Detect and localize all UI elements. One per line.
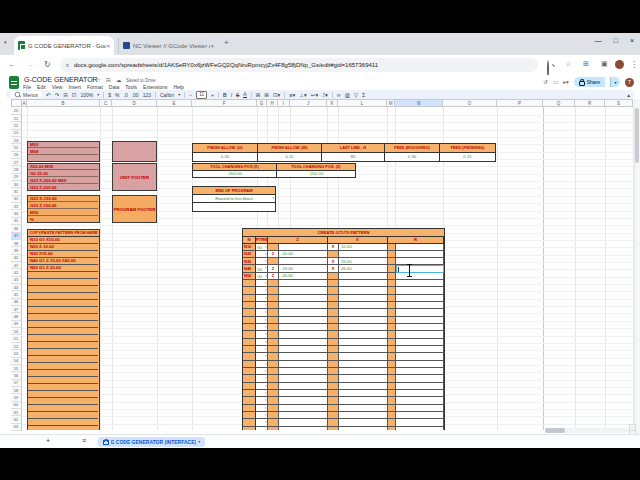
pattern-n-cell[interactable] bbox=[243, 412, 256, 419]
format-percent-button[interactable]: % bbox=[115, 92, 119, 98]
pattern-x-value[interactable] bbox=[339, 273, 388, 280]
pattern-list-row[interactable]: N40 G1 Z-15.00 X45.00 bbox=[28, 258, 98, 265]
pattern-list-row[interactable] bbox=[28, 356, 98, 363]
pattern-r-value[interactable] bbox=[396, 295, 444, 302]
dropdown-icon[interactable]: ▾ bbox=[265, 354, 267, 358]
pattern-r-value[interactable] bbox=[396, 353, 444, 360]
pattern-n-cell[interactable] bbox=[243, 397, 256, 404]
decrease-font-size-button[interactable]: − bbox=[189, 92, 192, 98]
dropdown-icon[interactable]: ▾ bbox=[272, 196, 274, 200]
pattern-r-value[interactable] bbox=[396, 317, 444, 324]
pattern-ptrn-cell[interactable]: ▾ bbox=[256, 353, 268, 360]
pattern-r-value[interactable] bbox=[396, 405, 444, 412]
tab-nc-viewer[interactable]: NC Viewer // GCode Viewer an × bbox=[118, 38, 218, 53]
unit-footer-label[interactable]: UNIT FOOTER bbox=[112, 163, 157, 191]
back-icon[interactable]: ← bbox=[8, 60, 16, 69]
unit-footer-block-line[interactable]: G53 Z-200.00 bbox=[28, 184, 98, 191]
unit-footer-block-line[interactable]: G53 X-200.00 M09 bbox=[28, 177, 98, 184]
user-avatar[interactable]: T bbox=[625, 78, 634, 87]
pattern-list-row[interactable] bbox=[28, 272, 98, 279]
pattern-list-row[interactable] bbox=[28, 370, 98, 377]
pattern-list-row[interactable] bbox=[28, 384, 98, 391]
pattern-r-value[interactable] bbox=[396, 273, 444, 280]
cloud-status-icon[interactable]: ☁ bbox=[116, 77, 122, 83]
column-header-I[interactable]: I bbox=[278, 99, 290, 107]
pattern-list-row[interactable] bbox=[28, 398, 98, 405]
program-footer-block-line[interactable]: % bbox=[28, 216, 98, 223]
tab-gcode-generator[interactable]: G CODE GENERATOR - Googl × bbox=[14, 36, 114, 55]
pattern-z-value[interactable] bbox=[279, 383, 328, 390]
pattern-x-value[interactable] bbox=[339, 368, 388, 375]
new-tab-button[interactable]: + bbox=[224, 38, 229, 47]
pattern-ptrn-cell[interactable]: ▾ bbox=[256, 331, 268, 338]
pattern-ptrn-cell[interactable]: ▾ bbox=[256, 317, 268, 324]
pattern-ptrn-cell[interactable]: ▾ bbox=[256, 383, 268, 390]
dropdown-icon[interactable]: ▾ bbox=[265, 266, 267, 270]
increase-decimal-button[interactable]: .00 bbox=[132, 92, 139, 98]
italic-button[interactable]: I bbox=[231, 92, 232, 98]
insert-link-icon[interactable]: ∞ bbox=[337, 92, 341, 98]
unit-header-block-line[interactable]: M08 bbox=[28, 148, 98, 155]
tab-search-icon[interactable]: ▾ bbox=[4, 39, 7, 45]
dropdown-icon[interactable]: ▾ bbox=[265, 369, 267, 373]
pattern-ptrn-cell[interactable]: ▾ bbox=[256, 427, 268, 430]
dropdown-icon[interactable]: ▾ bbox=[265, 310, 267, 314]
insert-chart-icon[interactable]: ▥ bbox=[345, 92, 350, 98]
dropdown-icon[interactable]: ▾ bbox=[265, 274, 267, 278]
pattern-x-value[interactable] bbox=[339, 412, 388, 419]
sheet-tab-active[interactable]: G CODE GENERATOR (INTERFACE) ▾ bbox=[98, 437, 205, 447]
close-tab-icon[interactable]: × bbox=[106, 43, 110, 49]
star-icon[interactable]: ☆ bbox=[96, 77, 101, 83]
pattern-x-value[interactable] bbox=[339, 353, 388, 360]
dropdown-icon[interactable]: ▾ bbox=[265, 398, 267, 402]
horizontal-align-icon[interactable]: ≡▾ bbox=[289, 92, 295, 98]
pattern-ptrn-cell[interactable]: ▾ bbox=[256, 390, 268, 397]
pattern-r-value[interactable] bbox=[396, 244, 444, 251]
pattern-n-cell[interactable] bbox=[243, 405, 256, 412]
pattern-x-value[interactable]: 10.00 bbox=[339, 244, 388, 251]
column-header-L[interactable]: L bbox=[338, 99, 387, 107]
extensions-icon[interactable]: ⊞ bbox=[583, 60, 589, 68]
pattern-list-row[interactable] bbox=[28, 321, 98, 328]
pattern-r-value[interactable] bbox=[396, 368, 444, 375]
column-header-S[interactable]: S bbox=[605, 99, 633, 107]
pattern-n-cell[interactable] bbox=[243, 390, 256, 397]
pattern-n-cell[interactable] bbox=[243, 353, 256, 360]
more-formats-button[interactable]: 123 bbox=[143, 92, 151, 98]
increase-font-size-button[interactable]: + bbox=[211, 92, 214, 98]
column-header-F[interactable]: F bbox=[192, 99, 257, 107]
h-scrollbar-thumb[interactable] bbox=[545, 428, 565, 433]
dropdown-icon[interactable]: ▾ bbox=[265, 252, 267, 256]
pattern-r-value[interactable] bbox=[396, 427, 444, 430]
pattern-z-value[interactable] bbox=[279, 405, 328, 412]
zoom-dropdown-icon[interactable]: ▾ bbox=[97, 92, 99, 97]
pattern-x-value[interactable]: 45.00 bbox=[339, 265, 388, 272]
column-header-K[interactable]: K bbox=[327, 99, 338, 107]
pattern-z-value[interactable] bbox=[279, 346, 328, 353]
column-header-O[interactable]: O bbox=[443, 99, 497, 107]
pattern-list-row[interactable] bbox=[28, 342, 98, 349]
unit-header-block-line[interactable] bbox=[28, 155, 98, 162]
sheets-logo-icon[interactable] bbox=[9, 76, 19, 89]
pattern-z-value[interactable] bbox=[279, 368, 328, 375]
pattern-z-value[interactable]: -20.00 bbox=[279, 273, 328, 280]
dropdown-icon[interactable]: ▾ bbox=[265, 413, 267, 417]
pattern-n-cell[interactable] bbox=[243, 427, 256, 430]
pattern-n-cell[interactable] bbox=[243, 375, 256, 382]
pattern-n-cell[interactable]: N40 bbox=[243, 265, 256, 272]
redo-icon[interactable]: ↷ bbox=[55, 92, 60, 98]
dropdown-icon[interactable]: ▾ bbox=[265, 384, 267, 388]
document-title[interactable]: G-CODE GENERATOR bbox=[24, 76, 98, 83]
dropdown-icon[interactable]: ▾ bbox=[265, 420, 267, 424]
pattern-x-value[interactable] bbox=[339, 339, 388, 346]
pattern-x-value[interactable] bbox=[339, 295, 388, 302]
pattern-z-value[interactable] bbox=[279, 331, 328, 338]
program-footer-block-line[interactable]: G53 X-150.00 bbox=[28, 195, 98, 202]
pattern-r-value[interactable] bbox=[396, 361, 444, 368]
column-header-G[interactable]: G bbox=[257, 99, 267, 107]
pattern-ptrn-cell[interactable]: ▾ bbox=[256, 368, 268, 375]
end-of-program-value[interactable]: Rewind to first block▾ bbox=[193, 195, 275, 203]
selected-cell[interactable] bbox=[396, 265, 444, 272]
pattern-ptrn-cell[interactable]: ▾ bbox=[256, 324, 268, 331]
pattern-ptrn-cell[interactable]: G1▾ bbox=[256, 244, 268, 251]
